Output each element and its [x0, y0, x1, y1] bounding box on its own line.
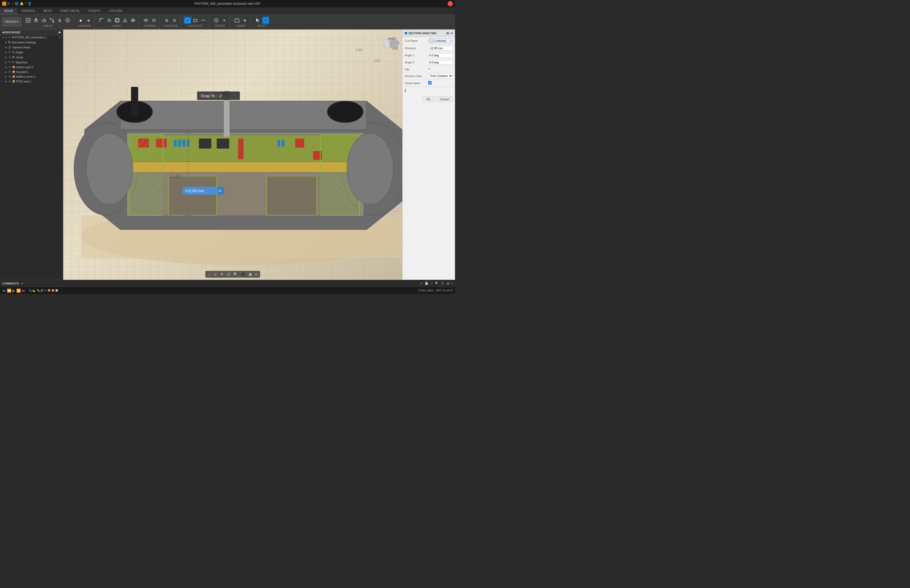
eye-icon[interactable]: 👁	[8, 36, 11, 39]
tab-sheet-metal[interactable]: SHEET METAL	[56, 8, 84, 14]
globe-icon[interactable]: 🌐	[15, 2, 19, 5]
browser-item-joints[interactable]: ▶ 👁 ⚙ Joints	[0, 55, 63, 60]
move-icon[interactable]	[129, 16, 137, 24]
home-icon[interactable]: ⌂	[207, 271, 212, 277]
tab-mesh[interactable]: MESH	[39, 8, 56, 14]
browser-item-pcb[interactable]: ▶ 👁 📦 PCB new:1	[0, 79, 63, 84]
eye-icon3[interactable]: 👁	[8, 56, 11, 59]
close-button[interactable]: ×	[448, 1, 453, 6]
new-component-icon[interactable]	[24, 16, 32, 24]
fillet-icon[interactable]	[98, 16, 105, 24]
motion-link-icon[interactable]: ⛓	[150, 16, 157, 24]
insert-group: ⊕ INSERT	[231, 15, 251, 29]
zoom-fit-icon[interactable]: ⊡	[226, 271, 231, 277]
angle1-input[interactable]	[428, 53, 453, 57]
browser-item-named-views[interactable]: ▶ 🎥 Named Views	[0, 45, 63, 50]
design-dropdown[interactable]: DESIGN ▾	[2, 17, 21, 26]
browser-item-doc-settings[interactable]: ▶ ⚙ Document Settings	[0, 40, 63, 45]
browser-item-battery-cover[interactable]: ▶ 👁 📦 battery cover:1	[0, 74, 63, 79]
tab-utilities[interactable]: UTILITIES	[105, 8, 127, 14]
offset-plane-icon[interactable]	[192, 16, 199, 24]
vp-center-icon[interactable]: ⊕	[420, 282, 423, 285]
user-icon[interactable]: 👤	[27, 2, 32, 5]
cancel-button[interactable]: Cancel	[436, 96, 453, 102]
vp-orbit-icon[interactable]: ⊙	[430, 282, 433, 285]
inspect-more-icon[interactable]: ▾	[220, 16, 228, 24]
distance-input[interactable]	[428, 46, 453, 50]
automate-icon1[interactable]: ◆	[77, 16, 84, 24]
draft-icon[interactable]	[121, 16, 129, 24]
axis-icon[interactable]	[200, 16, 207, 24]
browser-item-top-part[interactable]: ▶ 👁 📦 top part:1	[0, 69, 63, 74]
playback-controls: ⏮ ⏪ ▶ ⏩ ⏭ 🔧 📐 📏 🔗 ⚙ 📦 🎯 🔲	[2, 289, 58, 293]
more-tools-icon[interactable]: ▾	[254, 271, 258, 277]
panel-close-icon[interactable]: ×	[451, 31, 453, 35]
extrude-icon[interactable]	[32, 16, 40, 24]
play-icon[interactable]: ▶	[12, 289, 15, 293]
tab-solid[interactable]: SOLID	[0, 8, 17, 14]
flip-icon[interactable]: ✏	[428, 67, 430, 71]
vp-more-icon[interactable]: ▾	[451, 282, 453, 285]
view-cube[interactable]: BACK X Z	[381, 35, 397, 50]
info-icon[interactable]: ℹ	[405, 89, 406, 93]
eye-icon5[interactable]: 👁	[8, 66, 11, 69]
ok-button[interactable]: OK	[422, 96, 435, 102]
vp-save-icon[interactable]: 💾	[425, 282, 428, 285]
automate-icon2[interactable]: ◈	[85, 16, 92, 24]
root-item-options[interactable]: ⊙	[59, 36, 61, 39]
chamfer-icon[interactable]	[105, 16, 113, 24]
sweep-icon[interactable]	[48, 16, 55, 24]
browser-item-origin[interactable]: ▶ 👁 ✛ Origin	[0, 50, 63, 55]
skip-forward-icon[interactable]: ⏭	[22, 289, 26, 293]
configure-icon2[interactable]: ⊟	[171, 16, 178, 24]
browser-item-bottom-part[interactable]: ▶ 👁 📦 bottum part:1	[0, 65, 63, 69]
show-hatch-checkbox[interactable]	[428, 81, 432, 84]
insert-canvas-icon[interactable]	[233, 16, 241, 24]
eye-icon6[interactable]: 👁	[8, 71, 11, 73]
zoom-in-icon[interactable]: 🔍	[232, 271, 239, 277]
vp-grid-icon[interactable]: ▣	[446, 282, 449, 285]
measure-icon[interactable]	[212, 16, 220, 24]
bell-icon[interactable]: 🔔	[20, 2, 24, 5]
panel-expand-icon[interactable]: ≫	[446, 31, 450, 35]
configure-icon1[interactable]: ⊞	[163, 16, 170, 24]
select-cursor-icon[interactable]	[254, 16, 262, 24]
eye-icon8[interactable]: 👁	[8, 80, 11, 83]
look-at-icon[interactable]: 👁	[219, 271, 225, 277]
skip-back-icon[interactable]: ⏮	[2, 289, 6, 293]
step-forward-icon[interactable]: ⏩	[16, 289, 21, 293]
joint-icon[interactable]	[142, 16, 150, 24]
browser-item-root[interactable]: ▼ ● 👁 PHYTION_005_transmitter e... ⊙	[0, 35, 63, 40]
visual-style-icon[interactable]: ▣	[247, 271, 253, 277]
revolve-icon[interactable]	[40, 16, 48, 24]
shell-icon[interactable]	[113, 16, 121, 24]
browser-collapse-icon[interactable]: ◀	[2, 31, 4, 34]
eye-icon2[interactable]: 👁	[8, 51, 11, 54]
eye-icon4[interactable]: 👁	[8, 61, 11, 64]
orbit-icon[interactable]: ⊙	[213, 271, 218, 277]
vp-display-icon[interactable]: ⬛	[441, 282, 444, 285]
viewport[interactable]: Snap To : -2 12.00° =12.00 mm ≡ 140 120	[63, 29, 402, 280]
section-color-select[interactable]: From Component Custom	[428, 74, 453, 78]
loft-icon[interactable]	[56, 16, 63, 24]
vp-zoom-icon[interactable]: 🔍	[435, 282, 439, 285]
menu-icon[interactable]: ≡	[7, 1, 10, 6]
display-mode-icon[interactable]: ⬛	[240, 271, 246, 277]
chevron-right-icon2: ▶	[5, 46, 7, 48]
insert-more-icon[interactable]: ⊕	[241, 16, 249, 24]
eye-icon7[interactable]: 👁	[8, 75, 11, 78]
new-tab-icon[interactable]: +	[12, 2, 14, 5]
tab-plastic[interactable]: PLASTIC	[84, 8, 105, 14]
cut-plane-clear-icon[interactable]: ×	[450, 39, 452, 42]
step-back-icon[interactable]: ⏪	[7, 289, 11, 293]
browser-expand-icon[interactable]: ▶	[59, 31, 61, 34]
tab-surface[interactable]: SURFACE	[17, 8, 39, 14]
boundary-icon[interactable]	[64, 16, 71, 24]
window-select-icon[interactable]	[262, 16, 269, 24]
cut-plane-label: Cut Plane	[405, 39, 427, 42]
question-icon[interactable]: ?	[25, 2, 27, 5]
midplane-icon[interactable]	[184, 16, 191, 24]
comments-collapse-icon[interactable]: ▼	[21, 282, 24, 285]
angle2-input[interactable]	[428, 60, 453, 65]
browser-item-sketches[interactable]: ▶ 👁 ✏ Sketches	[0, 60, 63, 65]
